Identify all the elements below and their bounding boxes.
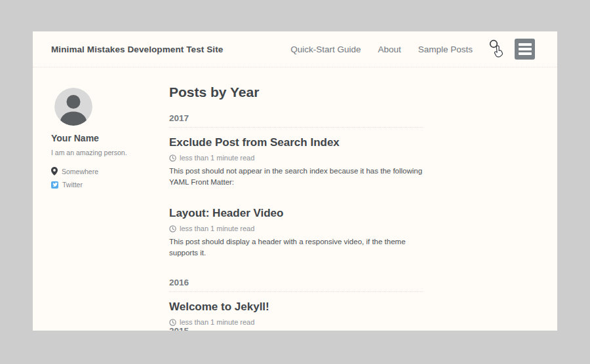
post-title-link[interactable]: Welcome to Jekyll!: [169, 300, 423, 314]
read-time: less than 1 minute read: [180, 318, 254, 326]
post-entry: Exclude Post from Search Index less than…: [169, 136, 423, 187]
year-section-2017: 2017 Exclude Post from Search Index less…: [169, 113, 423, 258]
post-title-link[interactable]: Exclude Post from Search Index: [169, 136, 423, 149]
author-bio: I am an amazing person.: [51, 149, 164, 156]
author-link-twitter[interactable]: Twitter: [51, 181, 164, 189]
author-link-label: Somewhere: [62, 168, 98, 175]
search-button[interactable]: [488, 38, 505, 60]
author-name: Your Name: [51, 133, 164, 143]
masthead: Minimal Mistakes Development Test Site Q…: [33, 31, 557, 67]
twitter-icon: [51, 181, 58, 189]
author-links: Somewhere Twitter: [51, 167, 164, 189]
post-meta: less than 1 minute read: [169, 318, 423, 326]
search-icon: [488, 38, 505, 60]
post-entry: Layout: Header Video less than 1 minute …: [169, 207, 423, 258]
clock-icon: [169, 225, 176, 232]
read-time: less than 1 minute read: [180, 225, 254, 232]
main-content: Posts by Year 2017 Exclude Post from Sea…: [169, 84, 423, 331]
location-pin-icon: [51, 167, 58, 175]
mouse-cursor-pointer-icon: [495, 46, 503, 57]
nav-about[interactable]: About: [378, 45, 401, 54]
page-title: Posts by Year: [169, 84, 423, 100]
site-window: Minimal Mistakes Development Test Site Q…: [33, 31, 557, 331]
nav-sample-posts[interactable]: Sample Posts: [418, 45, 473, 54]
author-link-label: Twitter: [62, 181, 83, 189]
primary-nav: Quick-Start Guide About Sample Posts: [290, 45, 473, 54]
read-time: less than 1 minute read: [180, 154, 254, 162]
year-heading: 2017: [169, 113, 423, 128]
year-section-2016: 2016 Welcome to Jekyll! less than 1 minu…: [169, 278, 423, 331]
post-meta: less than 1 minute read: [169, 154, 423, 162]
hamburger-icon: [519, 43, 532, 46]
post-title-link[interactable]: Layout: Header Video: [169, 207, 423, 220]
nav-quick-start-guide[interactable]: Quick-Start Guide: [290, 45, 361, 54]
post-excerpt: This post should not appear in the searc…: [169, 166, 423, 187]
clock-icon: [169, 319, 176, 326]
year-heading-clipped: 2015: [169, 326, 423, 331]
post-excerpt: This post should display a header with a…: [169, 236, 423, 258]
post-meta: less than 1 minute read: [169, 225, 423, 232]
year-heading: 2016: [169, 278, 423, 292]
site-title-link[interactable]: Minimal Mistakes Development Test Site: [51, 45, 223, 54]
hamburger-icon: [519, 52, 532, 55]
person-silhouette-icon: [54, 88, 92, 126]
clock-icon: [169, 155, 176, 162]
author-sidebar: Your Name I am an amazing person. Somewh…: [51, 88, 164, 194]
hamburger-icon: [519, 48, 532, 50]
avatar: [54, 88, 92, 126]
menu-toggle-button[interactable]: [515, 39, 535, 60]
author-link-location[interactable]: Somewhere: [51, 167, 164, 175]
